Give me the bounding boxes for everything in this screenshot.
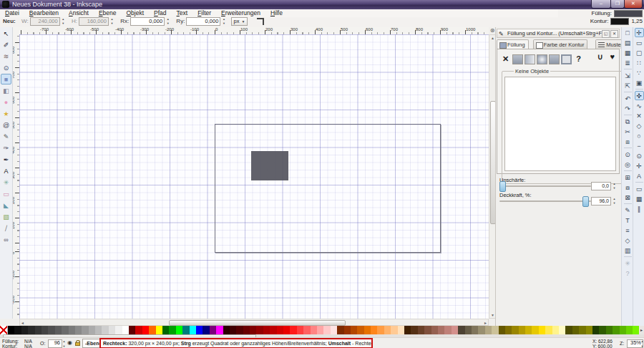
snap-smooth-nodes-icon[interactable]: ○ bbox=[635, 131, 644, 140]
fill-none-button[interactable]: ✕ bbox=[500, 54, 511, 64]
hscroll-thumb[interactable] bbox=[169, 320, 346, 326]
palette-swatch[interactable] bbox=[95, 326, 102, 334]
snap-bbox-centers-icon[interactable]: ▣ bbox=[635, 78, 644, 87]
palette-swatch[interactable] bbox=[35, 326, 42, 334]
snap-bbox-icon[interactable]: ▭ bbox=[635, 38, 644, 47]
paste-icon[interactable]: ⧈ bbox=[623, 137, 633, 146]
palette-swatch[interactable] bbox=[297, 326, 303, 334]
palette-swatch[interactable] bbox=[592, 326, 599, 334]
palette-swatch[interactable] bbox=[485, 326, 492, 334]
palette-none-swatch[interactable] bbox=[0, 326, 8, 334]
drawn-rectangle[interactable] bbox=[251, 151, 288, 180]
export-icon[interactable]: ⇱ bbox=[623, 81, 633, 90]
snap-page-border-icon[interactable]: ▭ bbox=[635, 184, 644, 193]
palette-swatch[interactable] bbox=[277, 326, 283, 334]
bezier-tool[interactable]: ✑ bbox=[1, 142, 11, 153]
fill-stroke-dialog-icon[interactable]: ✎ bbox=[623, 206, 633, 215]
preferences-icon[interactable]: ✳ bbox=[623, 258, 633, 268]
zoom-drawing-icon[interactable]: ⊙ bbox=[623, 150, 633, 159]
unlink-clone-icon[interactable]: ⊠ bbox=[623, 193, 633, 202]
selector-tool[interactable]: ↖ bbox=[1, 28, 11, 39]
menu-ansicht[interactable]: Ansicht bbox=[64, 9, 94, 17]
opacity-slider-thumb[interactable] bbox=[582, 196, 589, 207]
layer-lock-icon[interactable] bbox=[75, 340, 81, 346]
menu-bearbeiten[interactable]: Bearbeiten bbox=[24, 9, 64, 17]
xml-editor-icon[interactable]: ◇ bbox=[623, 236, 633, 245]
menu-filter[interactable]: Filter bbox=[192, 9, 216, 17]
blur-slider-thumb[interactable] bbox=[499, 181, 506, 192]
canvas[interactable] bbox=[19, 34, 489, 319]
connector-tool[interactable]: ∞ bbox=[1, 234, 11, 245]
status-opacity-field[interactable]: 96 bbox=[48, 339, 62, 348]
palette-swatch[interactable] bbox=[89, 326, 95, 334]
rx-field[interactable]: 0,000 bbox=[130, 17, 165, 26]
scroll-down-icon[interactable]: ▼ bbox=[491, 313, 494, 317]
fill-radial-gradient-button[interactable] bbox=[537, 54, 547, 64]
ry-spinner[interactable]: ▲▼ bbox=[221, 17, 226, 26]
palette-swatch[interactable] bbox=[210, 326, 216, 334]
import-icon[interactable]: ⇲ bbox=[623, 71, 633, 80]
palette-swatch[interactable] bbox=[452, 326, 458, 334]
palette-swatch[interactable] bbox=[129, 326, 135, 334]
palette-swatch[interactable] bbox=[109, 326, 115, 334]
opacity-slider[interactable] bbox=[499, 200, 591, 202]
stroke-indicator-swatch[interactable] bbox=[610, 18, 629, 25]
align-dialog-icon[interactable]: ≡ bbox=[623, 226, 633, 235]
layers-dialog-icon[interactable]: ▥ bbox=[623, 246, 633, 255]
palette-swatch[interactable] bbox=[162, 326, 169, 334]
fill-linear-gradient-button[interactable] bbox=[525, 54, 535, 64]
ry-field[interactable]: 0,000 bbox=[186, 17, 220, 26]
status-stroke-value[interactable]: N/A bbox=[24, 344, 32, 348]
palette-swatch[interactable] bbox=[14, 326, 21, 334]
opacity-value[interactable]: 96,0 bbox=[591, 197, 611, 206]
snap-nodes-icon[interactable]: ✜ bbox=[635, 91, 644, 100]
width-spinner[interactable]: ▲▼ bbox=[61, 17, 66, 26]
print-icon[interactable]: ≣ bbox=[623, 58, 633, 67]
remove-rounding-icon[interactable] bbox=[257, 18, 264, 25]
palette-swatch[interactable] bbox=[223, 326, 230, 334]
blur-spinner[interactable]: ▲▼ bbox=[612, 182, 617, 190]
palette-swatch[interactable] bbox=[411, 326, 417, 334]
palette-swatch[interactable] bbox=[115, 326, 122, 334]
palette-swatch[interactable] bbox=[565, 326, 572, 334]
palette-swatch[interactable] bbox=[424, 326, 431, 334]
fill-flat-button[interactable] bbox=[512, 54, 523, 64]
open-document-icon[interactable]: ▤ bbox=[623, 38, 633, 47]
status-opacity-spinner[interactable]: ▲▼ bbox=[62, 339, 67, 347]
snap-intersections-icon[interactable]: ✕ bbox=[635, 111, 644, 120]
palette-swatch[interactable] bbox=[176, 326, 182, 334]
palette-swatch[interactable] bbox=[156, 326, 162, 334]
palette-swatch[interactable] bbox=[102, 326, 108, 334]
palette-swatch[interactable] bbox=[69, 326, 75, 334]
duplicate-icon[interactable]: ⊞ bbox=[623, 173, 633, 182]
snap-bbox-corners-icon[interactable]: ∷ bbox=[635, 58, 644, 67]
menu-ebene[interactable]: Ebene bbox=[94, 9, 122, 17]
palette-swatch[interactable] bbox=[135, 326, 142, 334]
palette-swatch[interactable] bbox=[283, 326, 290, 334]
palette-swatch[interactable] bbox=[431, 326, 438, 334]
palette-swatch[interactable] bbox=[559, 326, 565, 334]
snap-midpoints-icon[interactable]: − bbox=[635, 141, 644, 150]
blur-slider[interactable] bbox=[499, 185, 591, 187]
redo-icon[interactable]: ↷ bbox=[623, 104, 633, 113]
palette-swatch[interactable] bbox=[492, 326, 498, 334]
palette-swatch[interactable] bbox=[48, 326, 54, 334]
palette-swatch[interactable] bbox=[613, 326, 619, 334]
palette-swatch[interactable] bbox=[21, 326, 28, 334]
palette-swatch[interactable] bbox=[337, 326, 343, 334]
save-document-icon[interactable]: ▦ bbox=[623, 48, 633, 57]
palette-swatch[interactable] bbox=[303, 326, 310, 334]
snap-bbox-edges-icon[interactable]: ▢ bbox=[635, 48, 644, 57]
palette-swatch[interactable] bbox=[586, 326, 592, 334]
tab-farbe-der-kontur[interactable]: Farbe der Kontur bbox=[533, 39, 588, 49]
palette-swatch[interactable] bbox=[290, 326, 296, 334]
dropper-tool[interactable]: ⧸ bbox=[1, 223, 11, 233]
tab-füllung[interactable]: Füllung bbox=[497, 39, 529, 49]
snap-paths-icon[interactable]: ∿ bbox=[635, 101, 644, 110]
palette-swatch[interactable] bbox=[203, 326, 209, 334]
fillrule-nonzero-icon[interactable]: ♥ bbox=[610, 52, 615, 61]
palette-swatch[interactable] bbox=[525, 326, 532, 334]
palette-swatch[interactable] bbox=[391, 326, 397, 334]
text-dialog-icon[interactable]: T bbox=[623, 216, 633, 225]
spiral-tool[interactable]: @ bbox=[1, 120, 11, 130]
